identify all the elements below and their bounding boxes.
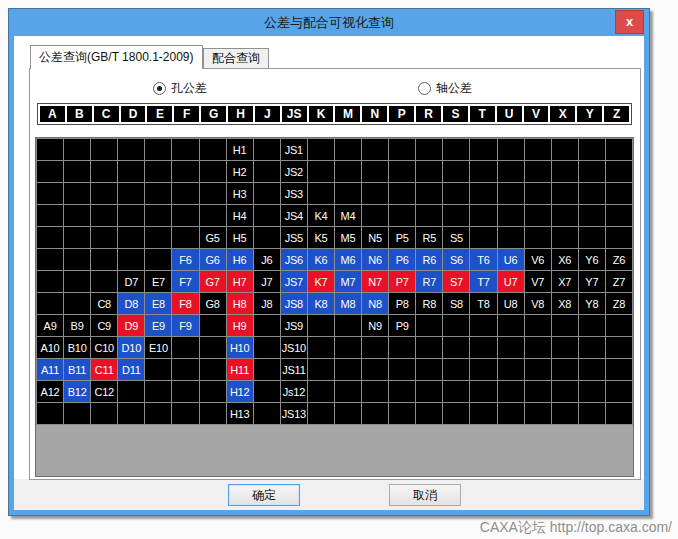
tolerance-cell-h9[interactable]: H9: [227, 315, 253, 336]
tolerance-cell-js7[interactable]: JS7: [281, 271, 307, 292]
tolerance-cell-e10[interactable]: E10: [145, 337, 171, 358]
tolerance-cell-f6[interactable]: F6: [172, 249, 198, 270]
tolerance-cell-x8[interactable]: X8: [552, 293, 578, 314]
tolerance-cell-j8[interactable]: J8: [254, 293, 280, 314]
tolerance-cell-k8[interactable]: K8: [308, 293, 334, 314]
tolerance-cell-x7[interactable]: X7: [552, 271, 578, 292]
tolerance-cell-js8[interactable]: JS8: [281, 293, 307, 314]
tolerance-cell-c12[interactable]: C12: [91, 381, 117, 402]
tolerance-cell-s7[interactable]: S7: [443, 271, 469, 292]
tolerance-cell-js10[interactable]: JS10: [281, 337, 307, 358]
tolerance-cell-m8[interactable]: M8: [335, 293, 361, 314]
tolerance-cell-p5[interactable]: P5: [389, 227, 415, 248]
tolerance-cell-x6[interactable]: X6: [552, 249, 578, 270]
tolerance-cell-m4[interactable]: M4: [335, 205, 361, 226]
tab-tolerance-query[interactable]: 公差查询(GB/T 1800.1-2009): [30, 45, 203, 69]
tolerance-cell-r7[interactable]: R7: [416, 271, 442, 292]
tolerance-cell-r6[interactable]: R6: [416, 249, 442, 270]
tolerance-cell-js1[interactable]: JS1: [281, 139, 307, 160]
tolerance-cell-d10[interactable]: D10: [118, 337, 144, 358]
tolerance-cell-a11[interactable]: A11: [37, 359, 63, 380]
tolerance-cell-h4[interactable]: H4: [227, 205, 253, 226]
tolerance-cell-js5[interactable]: JS5: [281, 227, 307, 248]
tolerance-cell-f9[interactable]: F9: [172, 315, 198, 336]
tolerance-cell-js6[interactable]: JS6: [281, 249, 307, 270]
tolerance-cell-d9[interactable]: D9: [118, 315, 144, 336]
radio-shaft-tolerance[interactable]: 轴公差: [418, 80, 472, 97]
tolerance-cell-g8[interactable]: G8: [200, 293, 226, 314]
tolerance-cell-y6[interactable]: Y6: [579, 249, 605, 270]
cancel-button[interactable]: 取消: [389, 484, 461, 506]
tolerance-cell-z6[interactable]: Z6: [606, 249, 632, 270]
tolerance-cell-js2[interactable]: JS2: [281, 161, 307, 182]
tolerance-cell-h13[interactable]: H13: [227, 403, 253, 424]
tolerance-cell-c8[interactable]: C8: [91, 293, 117, 314]
tolerance-cell-h2[interactable]: H2: [227, 161, 253, 182]
tolerance-cell-n8[interactable]: N8: [362, 293, 388, 314]
dialog-titlebar[interactable]: 公差与配合可视化查询 x: [9, 9, 649, 36]
tolerance-cell-t7[interactable]: T7: [470, 271, 496, 292]
tolerance-cell-s5[interactable]: S5: [443, 227, 469, 248]
tolerance-cell-e7[interactable]: E7: [145, 271, 171, 292]
tolerance-cell-h3[interactable]: H3: [227, 183, 253, 204]
tolerance-cell-f7[interactable]: F7: [172, 271, 198, 292]
tolerance-cell-js9[interactable]: JS9: [281, 315, 307, 336]
tolerance-cell-b12[interactable]: B12: [64, 381, 90, 402]
tolerance-cell-js12[interactable]: Js12: [281, 381, 307, 402]
close-button[interactable]: x: [615, 10, 644, 34]
tolerance-cell-n9[interactable]: N9: [362, 315, 388, 336]
tolerance-cell-r5[interactable]: R5: [416, 227, 442, 248]
tab-fit-query[interactable]: 配合查询: [203, 48, 269, 69]
tolerance-cell-r8[interactable]: R8: [416, 293, 442, 314]
tolerance-cell-c9[interactable]: C9: [91, 315, 117, 336]
tolerance-cell-v7[interactable]: V7: [525, 271, 551, 292]
tolerance-cell-v8[interactable]: V8: [525, 293, 551, 314]
tolerance-cell-y7[interactable]: Y7: [579, 271, 605, 292]
tolerance-cell-n7[interactable]: N7: [362, 271, 388, 292]
tolerance-cell-js3[interactable]: JS3: [281, 183, 307, 204]
tolerance-cell-p7[interactable]: P7: [389, 271, 415, 292]
tolerance-cell-s8[interactable]: S8: [443, 293, 469, 314]
tolerance-cell-js11[interactable]: JS11: [281, 359, 307, 380]
tolerance-cell-k7[interactable]: K7: [308, 271, 334, 292]
ok-button[interactable]: 确定: [228, 484, 300, 506]
tolerance-cell-n5[interactable]: N5: [362, 227, 388, 248]
tolerance-cell-h7[interactable]: H7: [227, 271, 253, 292]
tolerance-cell-v6[interactable]: V6: [525, 249, 551, 270]
tolerance-cell-k4[interactable]: K4: [308, 205, 334, 226]
tolerance-cell-z7[interactable]: Z7: [606, 271, 632, 292]
tolerance-cell-js13[interactable]: JS13: [281, 403, 307, 424]
tolerance-cell-k5[interactable]: K5: [308, 227, 334, 248]
tolerance-cell-u8[interactable]: U8: [498, 293, 524, 314]
tolerance-cell-h1[interactable]: H1: [227, 139, 253, 160]
tolerance-cell-u7[interactable]: U7: [498, 271, 524, 292]
tolerance-cell-p9[interactable]: P9: [389, 315, 415, 336]
tolerance-cell-b10[interactable]: B10: [64, 337, 90, 358]
tolerance-cell-f8[interactable]: F8: [172, 293, 198, 314]
tolerance-cell-p8[interactable]: P8: [389, 293, 415, 314]
tolerance-cell-z8[interactable]: Z8: [606, 293, 632, 314]
tolerance-cell-b9[interactable]: B9: [64, 315, 90, 336]
tolerance-cell-c10[interactable]: C10: [91, 337, 117, 358]
tolerance-cell-g7[interactable]: G7: [200, 271, 226, 292]
tolerance-cell-a12[interactable]: A12: [37, 381, 63, 402]
tolerance-cell-h6[interactable]: H6: [227, 249, 253, 270]
tolerance-cell-s6[interactable]: S6: [443, 249, 469, 270]
tolerance-cell-m7[interactable]: M7: [335, 271, 361, 292]
tolerance-cell-a10[interactable]: A10: [37, 337, 63, 358]
tolerance-cell-t6[interactable]: T6: [470, 249, 496, 270]
tolerance-cell-u6[interactable]: U6: [498, 249, 524, 270]
tolerance-cell-k6[interactable]: K6: [308, 249, 334, 270]
tolerance-cell-t8[interactable]: T8: [470, 293, 496, 314]
tolerance-cell-j7[interactable]: J7: [254, 271, 280, 292]
tolerance-cell-d7[interactable]: D7: [118, 271, 144, 292]
tolerance-cell-b11[interactable]: B11: [64, 359, 90, 380]
tolerance-cell-h10[interactable]: H10: [227, 337, 253, 358]
tolerance-cell-g6[interactable]: G6: [200, 249, 226, 270]
tolerance-cell-p6[interactable]: P6: [389, 249, 415, 270]
tolerance-cell-y8[interactable]: Y8: [579, 293, 605, 314]
tolerance-cell-d11[interactable]: D11: [118, 359, 144, 380]
tolerance-cell-m5[interactable]: M5: [335, 227, 361, 248]
tolerance-cell-h8[interactable]: H8: [227, 293, 253, 314]
tolerance-cell-n6[interactable]: N6: [362, 249, 388, 270]
